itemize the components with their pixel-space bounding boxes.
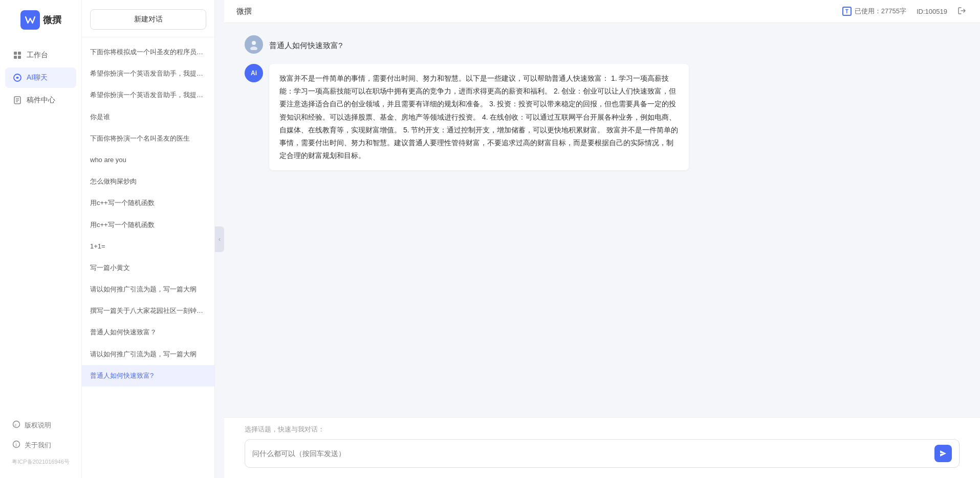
sidebar-item-about[interactable]: i 关于我们 (5, 436, 76, 454)
input-area: 选择话题，快速与我对话： (224, 417, 980, 478)
ai-avatar: Ai (245, 64, 263, 82)
drafts-icon (12, 95, 23, 105)
send-button[interactable] (934, 445, 952, 462)
sidebar-item-drafts[interactable]: 稿件中心 (5, 90, 76, 110)
input-wrapper (245, 439, 960, 468)
history-item[interactable]: 怎么做狗屎炒肉 (82, 171, 214, 192)
ai-message: 致富并不是一件简单的事情，需要付出时间、努力和智慧。以下是一些建议，可以帮助普通… (269, 64, 689, 170)
page-title: 微撰 (236, 7, 252, 16)
new-chat-button[interactable]: 新建对话 (90, 9, 206, 30)
history-item[interactable]: 下面你将模拟成一个叫圣友的程序员，我说... (82, 41, 214, 63)
chat-area: 普通人如何快速致富? Ai 致富并不是一件简单的事情，需要付出时间、努力和智慧。… (224, 23, 980, 417)
logout-button[interactable] (957, 6, 968, 16)
user-avatar (245, 35, 263, 54)
history-item[interactable]: 请以如何推广引流为题，写一篇大纲 (82, 344, 214, 365)
history-item[interactable]: 你是谁 (82, 106, 214, 128)
history-list: 下面你将模拟成一个叫圣友的程序员，我说...希望你扮演一个英语发音助手，我提供给… (82, 37, 214, 478)
top-bar-right: T 已使用：27755字 ID:100519 (842, 6, 968, 16)
svg-rect-0 (14, 52, 17, 55)
workbench-icon (12, 50, 23, 60)
sidebar-item-label-about: 关于我们 (25, 441, 51, 450)
collapse-button[interactable]: ‹ (215, 226, 224, 252)
logo-text: 微撰 (43, 14, 61, 26)
sidebar-item-label-copyright: 版权说明 (25, 421, 51, 430)
svg-rect-2 (14, 56, 17, 59)
sidebar-item-copyright[interactable]: c 版权说明 (5, 416, 76, 434)
history-header: 新建对话 (82, 0, 214, 37)
history-item[interactable]: who are you (82, 149, 214, 171)
message-row-ai: Ai 致富并不是一件简单的事情，需要付出时间、努力和智慧。以下是一些建议，可以帮… (245, 64, 960, 170)
sidebar-item-label-drafts: 稿件中心 (27, 96, 55, 105)
history-item[interactable]: 普通人如何快速致富？ (82, 322, 214, 343)
logo-icon (20, 10, 40, 30)
top-bar: 微撰 T 已使用：27755字 ID:100519 (224, 0, 980, 23)
sidebar-item-ai-chat[interactable]: AI聊天 (5, 67, 76, 88)
main-content: 微撰 T 已使用：27755字 ID:100519 (224, 0, 980, 478)
ai-label-text: Ai (251, 70, 257, 77)
nav-items: 工作台 AI聊天 稿件中心 (0, 45, 81, 110)
ai-chat-icon (12, 73, 23, 83)
usage-label: 已使用：27755字 (855, 7, 906, 16)
svg-rect-3 (18, 56, 21, 59)
about-icon: i (12, 440, 20, 450)
icp-text: 粤ICP备2021016946号 (5, 456, 76, 468)
logo-area: 微撰 (20, 10, 61, 30)
history-item[interactable]: 普通人如何快速致富? (82, 365, 214, 386)
sidebar-item-label-ai-chat: AI聊天 (27, 73, 48, 82)
user-message: 普通人如何快速致富? (269, 35, 342, 52)
usage-info: T 已使用：27755字 (842, 7, 906, 16)
usage-icon: T (842, 7, 852, 16)
history-item[interactable]: 希望你扮演一个英语发音助手，我提供给你... (82, 63, 214, 84)
id-label: ID:100519 (917, 8, 947, 15)
svg-text:i: i (16, 442, 17, 447)
svg-point-14 (250, 47, 257, 50)
history-item[interactable]: 请以如何推广引流为题，写一篇大纲 (82, 279, 214, 300)
sidebar-item-workbench[interactable]: 工作台 (5, 45, 76, 65)
history-item[interactable]: 下面你将扮演一个名叫圣友的医生 (82, 128, 214, 149)
svg-point-13 (252, 41, 256, 45)
sidebar-bottom: c 版权说明 i 关于我们 粤ICP备2021016946号 (0, 416, 81, 473)
sidebar-item-label-workbench: 工作台 (27, 51, 48, 60)
chat-input[interactable] (252, 449, 929, 458)
history-item[interactable]: 写一篇小黄文 (82, 257, 214, 279)
history-item[interactable]: 用c++写一个随机函数 (82, 192, 214, 214)
history-item[interactable]: 希望你扮演一个英语发音助手，我提供给你... (82, 84, 214, 106)
svg-rect-1 (18, 52, 21, 55)
sidebar: 微撰 工作台 AI聊天 (0, 0, 82, 478)
svg-text:c: c (15, 423, 17, 427)
chevron-left-icon: ‹ (219, 235, 221, 243)
message-row-user: 普通人如何快速致富? (245, 35, 960, 54)
topic-hint: 选择话题，快速与我对话： (245, 425, 960, 434)
history-panel: 新建对话 下面你将模拟成一个叫圣友的程序员，我说...希望你扮演一个英语发音助手… (82, 0, 215, 478)
history-item[interactable]: 用c++写一个随机函数 (82, 214, 214, 236)
copyright-icon: c (12, 420, 20, 430)
history-item[interactable]: 撰写一篇关于八大家花园社区一刻钟便民生... (82, 300, 214, 322)
history-item[interactable]: 1+1= (82, 236, 214, 257)
